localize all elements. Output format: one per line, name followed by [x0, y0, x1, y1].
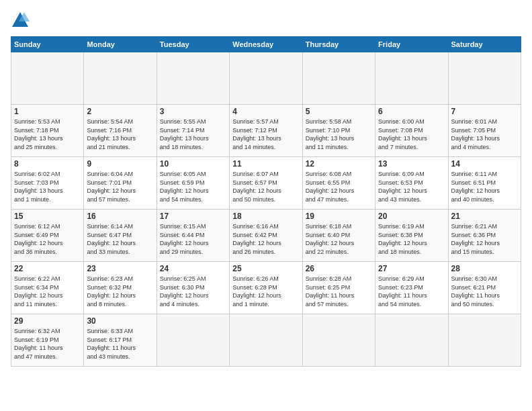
day-info: Sunrise: 6:04 AM Sunset: 7:01 PM Dayligh… — [87, 170, 153, 203]
calendar-cell: 20Sunrise: 6:19 AM Sunset: 6:38 PM Dayli… — [375, 210, 448, 262]
calendar-cell — [375, 314, 448, 367]
logo-icon — [11, 11, 30, 30]
day-info: Sunrise: 6:16 AM Sunset: 6:42 PM Dayligh… — [232, 222, 299, 256]
col-friday: Friday — [375, 37, 448, 52]
day-number: 1 — [14, 107, 81, 116]
calendar-cell: 4Sunrise: 5:57 AM Sunset: 7:12 PM Daylig… — [230, 105, 302, 157]
day-info: Sunrise: 6:07 AM Sunset: 6:57 PM Dayligh… — [232, 170, 299, 203]
calendar-cell — [84, 52, 157, 105]
day-info: Sunrise: 6:18 AM Sunset: 6:40 PM Dayligh… — [306, 222, 372, 256]
day-info: Sunrise: 6:12 AM Sunset: 6:49 PM Dayligh… — [14, 222, 81, 256]
calendar-cell: 9Sunrise: 6:04 AM Sunset: 7:01 PM Daylig… — [84, 157, 157, 210]
calendar-week-2: 8Sunrise: 6:02 AM Sunset: 7:03 PM Daylig… — [11, 157, 521, 210]
calendar-cell: 18Sunrise: 6:16 AM Sunset: 6:42 PM Dayli… — [230, 210, 302, 262]
calendar-cell: 5Sunrise: 5:58 AM Sunset: 7:10 PM Daylig… — [302, 105, 375, 157]
calendar-cell — [157, 314, 229, 367]
calendar-cell: 14Sunrise: 6:11 AM Sunset: 6:51 PM Dayli… — [448, 157, 521, 210]
day-number: 24 — [160, 264, 226, 273]
day-number: 14 — [451, 159, 518, 169]
day-number: 28 — [451, 264, 518, 273]
day-info: Sunrise: 6:32 AM Sunset: 6:19 PM Dayligh… — [14, 327, 81, 361]
day-info: Sunrise: 5:58 AM Sunset: 7:10 PM Dayligh… — [306, 118, 372, 151]
calendar-week-3: 15Sunrise: 6:12 AM Sunset: 6:49 PM Dayli… — [11, 210, 521, 262]
calendar-cell — [11, 52, 84, 105]
day-number: 17 — [160, 212, 226, 221]
day-number: 12 — [306, 159, 372, 169]
day-info: Sunrise: 5:55 AM Sunset: 7:14 PM Dayligh… — [160, 118, 226, 151]
day-number: 30 — [87, 316, 153, 326]
day-info: Sunrise: 6:29 AM Sunset: 6:23 PM Dayligh… — [378, 275, 445, 308]
calendar-cell: 17Sunrise: 6:15 AM Sunset: 6:44 PM Dayli… — [157, 210, 229, 262]
day-info: Sunrise: 6:11 AM Sunset: 6:51 PM Dayligh… — [451, 170, 518, 203]
day-number: 21 — [451, 212, 518, 221]
day-info: Sunrise: 5:57 AM Sunset: 7:12 PM Dayligh… — [232, 118, 299, 151]
calendar-cell: 12Sunrise: 6:08 AM Sunset: 6:55 PM Dayli… — [302, 157, 375, 210]
day-number: 9 — [87, 159, 153, 169]
day-number: 7 — [451, 107, 518, 116]
calendar-cell: 22Sunrise: 6:22 AM Sunset: 6:34 PM Dayli… — [11, 262, 84, 314]
day-number: 22 — [14, 264, 81, 273]
calendar-cell — [448, 52, 521, 105]
calendar-cell: 11Sunrise: 6:07 AM Sunset: 6:57 PM Dayli… — [230, 157, 302, 210]
calendar-cell: 1Sunrise: 5:53 AM Sunset: 7:18 PM Daylig… — [11, 105, 84, 157]
day-number: 2 — [87, 107, 153, 116]
calendar-header-row: Sunday Monday Tuesday Wednesday Thursday… — [11, 37, 521, 52]
calendar-cell — [448, 314, 521, 367]
calendar-cell: 27Sunrise: 6:29 AM Sunset: 6:23 PM Dayli… — [375, 262, 448, 314]
day-number: 15 — [14, 212, 81, 221]
day-number: 25 — [232, 264, 299, 273]
day-number: 23 — [87, 264, 153, 273]
day-info: Sunrise: 6:22 AM Sunset: 6:34 PM Dayligh… — [14, 275, 81, 308]
day-number: 26 — [306, 264, 372, 273]
day-number: 3 — [160, 107, 226, 116]
calendar-cell: 30Sunrise: 6:33 AM Sunset: 6:17 PM Dayli… — [84, 314, 157, 367]
day-info: Sunrise: 6:25 AM Sunset: 6:30 PM Dayligh… — [160, 275, 226, 308]
calendar-cell — [230, 52, 302, 105]
calendar-cell: 25Sunrise: 6:26 AM Sunset: 6:28 PM Dayli… — [230, 262, 302, 314]
day-number: 27 — [378, 264, 445, 273]
day-number: 16 — [87, 212, 153, 221]
calendar-week-5: 29Sunrise: 6:32 AM Sunset: 6:19 PM Dayli… — [11, 314, 521, 367]
calendar-cell — [302, 314, 375, 367]
day-number: 19 — [306, 212, 372, 221]
day-number: 11 — [232, 159, 299, 169]
day-info: Sunrise: 5:53 AM Sunset: 7:18 PM Dayligh… — [14, 118, 81, 151]
calendar-cell: 2Sunrise: 5:54 AM Sunset: 7:16 PM Daylig… — [84, 105, 157, 157]
calendar-cell: 10Sunrise: 6:05 AM Sunset: 6:59 PM Dayli… — [157, 157, 229, 210]
day-info: Sunrise: 6:01 AM Sunset: 7:05 PM Dayligh… — [451, 118, 518, 151]
calendar-cell: 15Sunrise: 6:12 AM Sunset: 6:49 PM Dayli… — [11, 210, 84, 262]
col-tuesday: Tuesday — [157, 37, 229, 52]
col-thursday: Thursday — [302, 37, 375, 52]
page-header — [11, 11, 521, 30]
calendar-week-1: 1Sunrise: 5:53 AM Sunset: 7:18 PM Daylig… — [11, 105, 521, 157]
calendar-cell: 6Sunrise: 6:00 AM Sunset: 7:08 PM Daylig… — [375, 105, 448, 157]
day-info: Sunrise: 6:19 AM Sunset: 6:38 PM Dayligh… — [378, 222, 445, 256]
calendar-cell: 8Sunrise: 6:02 AM Sunset: 7:03 PM Daylig… — [11, 157, 84, 210]
day-info: Sunrise: 6:26 AM Sunset: 6:28 PM Dayligh… — [232, 275, 299, 308]
calendar-cell: 16Sunrise: 6:14 AM Sunset: 6:47 PM Dayli… — [84, 210, 157, 262]
day-info: Sunrise: 6:28 AM Sunset: 6:25 PM Dayligh… — [306, 275, 372, 308]
day-info: Sunrise: 6:21 AM Sunset: 6:36 PM Dayligh… — [451, 222, 518, 256]
calendar-cell: 24Sunrise: 6:25 AM Sunset: 6:30 PM Dayli… — [157, 262, 229, 314]
day-number: 8 — [14, 159, 81, 169]
calendar-cell: 7Sunrise: 6:01 AM Sunset: 7:05 PM Daylig… — [448, 105, 521, 157]
calendar-cell: 3Sunrise: 5:55 AM Sunset: 7:14 PM Daylig… — [157, 105, 229, 157]
day-info: Sunrise: 6:00 AM Sunset: 7:08 PM Dayligh… — [378, 118, 445, 151]
calendar-cell: 21Sunrise: 6:21 AM Sunset: 6:36 PM Dayli… — [448, 210, 521, 262]
calendar-week-4: 22Sunrise: 6:22 AM Sunset: 6:34 PM Dayli… — [11, 262, 521, 314]
day-number: 6 — [378, 107, 445, 116]
day-number: 5 — [306, 107, 372, 116]
day-info: Sunrise: 6:08 AM Sunset: 6:55 PM Dayligh… — [306, 170, 372, 203]
day-info: Sunrise: 6:05 AM Sunset: 6:59 PM Dayligh… — [160, 170, 226, 203]
calendar-week-0 — [11, 52, 521, 105]
col-monday: Monday — [84, 37, 157, 52]
day-info: Sunrise: 6:09 AM Sunset: 6:53 PM Dayligh… — [378, 170, 445, 203]
calendar-cell: 29Sunrise: 6:32 AM Sunset: 6:19 PM Dayli… — [11, 314, 84, 367]
day-info: Sunrise: 6:33 AM Sunset: 6:17 PM Dayligh… — [87, 327, 153, 361]
day-number: 29 — [14, 316, 81, 326]
calendar-table: Sunday Monday Tuesday Wednesday Thursday… — [11, 36, 521, 367]
logo — [11, 11, 32, 30]
day-number: 13 — [378, 159, 445, 169]
day-info: Sunrise: 6:23 AM Sunset: 6:32 PM Dayligh… — [87, 275, 153, 308]
day-info: Sunrise: 5:54 AM Sunset: 7:16 PM Dayligh… — [87, 118, 153, 151]
